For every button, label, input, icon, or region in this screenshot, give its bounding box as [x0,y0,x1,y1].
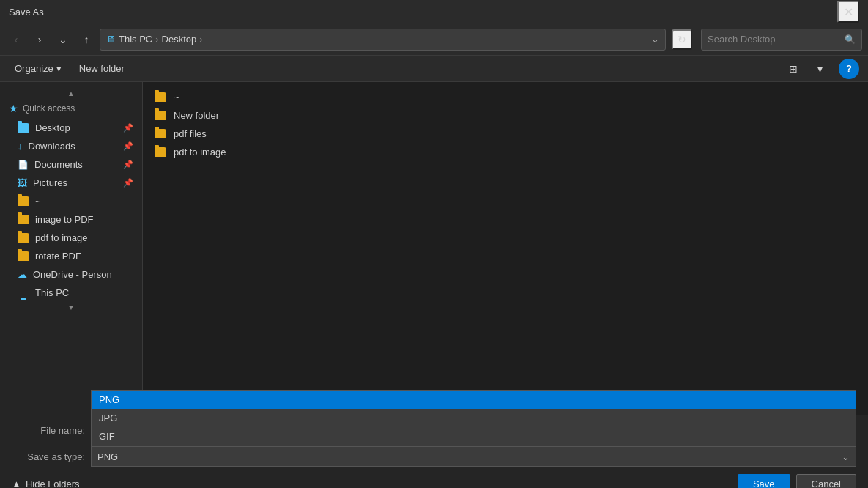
rotate-pdf-folder-icon [18,251,29,261]
address-sep-2: › [199,34,202,45]
sidebar-item-downloads[interactable]: ↓ Downloads 📌 [0,137,142,155]
view-icon: ⊞ [789,63,798,75]
file-item-tilde[interactable]: ~ [143,88,868,106]
pictures-pin-icon: 📌 [123,178,133,188]
refresh-button[interactable]: ↻ [672,29,692,50]
dialog-title: Save As [9,7,44,18]
main-content: ▲ ★ Quick access Desktop 📌 ↓ Downloads 📌… [0,82,868,415]
back-button[interactable]: ‹ [6,29,26,50]
address-sep-1: › [155,34,158,45]
file-area: ~ New folder pdf files pdf to image [143,82,868,415]
file-pdf-files-label: pdf files [174,128,207,139]
hide-folders-button[interactable]: ▲ Hide Folders [12,476,80,488]
sidebar-scroll-down[interactable]: ▼ [0,302,142,312]
file-pdf-to-image-label: pdf to image [174,147,226,158]
this-pc-icon: 🖥 [106,34,116,45]
cancel-button[interactable]: Cancel [796,474,856,488]
address-bar[interactable]: 🖥 This PC › Desktop › ⌄ [100,29,666,51]
sidebar-item-rotate-pdf[interactable]: rotate PDF [0,247,142,265]
option-gif[interactable]: GIF [92,427,856,446]
search-box: 🔍 [701,29,862,51]
forward-button[interactable]: › [29,29,50,50]
pictures-icon: 🖼 [18,177,27,188]
search-icon: 🔍 [845,34,856,45]
search-input[interactable] [708,34,840,45]
bottom-right-buttons: Save Cancel [738,474,856,488]
address-dropdown-arrow[interactable]: ⌄ [651,34,659,45]
address-path: This PC › Desktop › [119,34,203,45]
sidebar-image-to-pdf-label: image to PDF [35,214,93,225]
hide-folders-label: Hide Folders [26,478,80,488]
star-icon: ★ [9,103,18,114]
sidebar-item-image-to-pdf[interactable]: image to PDF [0,210,142,229]
sidebar-thispc-label: This PC [35,287,69,298]
option-jpg[interactable]: JPG [92,409,856,427]
sidebar-item-pdf-to-image[interactable]: pdf to image [0,229,142,247]
save-type-row: Save as type: PNG ⌄ PNG JPG GIF [0,445,868,471]
option-gif-label: GIF [99,431,115,442]
view-button[interactable]: ⊞ [783,59,804,79]
address-part-desktop: Desktop [162,34,197,45]
title-bar: Save As ✕ [0,0,868,23]
help-button[interactable]: ? [839,59,859,79]
onedrive-icon: ☁ [18,269,27,280]
sidebar-item-desktop[interactable]: Desktop 📌 [0,119,142,137]
sidebar-onedrive-label: OneDrive - Person [33,269,112,280]
organize-button[interactable]: Organize ▾ [9,60,67,77]
file-name-label: File name: [12,425,85,436]
sidebar-desktop-label: Desktop [35,122,70,133]
organize-label: Organize [15,63,53,74]
downloads-icon: ↓ [18,141,23,152]
new-folder-button[interactable]: New folder [73,60,130,77]
navigation-bar: ‹ › ⌄ ↑ 🖥 This PC › Desktop › ⌄ ↻ 🔍 [0,23,868,56]
save-type-dropdown-menu: PNG JPG GIF [91,390,856,446]
sidebar: ▲ ★ Quick access Desktop 📌 ↓ Downloads 📌… [0,82,143,415]
option-png[interactable]: PNG [92,391,856,409]
close-button[interactable]: ✕ [837,1,859,23]
pdf-to-image-folder-icon [18,233,29,243]
file-tilde-label: ~ [174,92,179,103]
toolbar: Organize ▾ New folder ⊞ ▾ ? [0,56,868,82]
save-type-container: PNG ⌄ PNG JPG GIF [91,446,856,467]
documents-icon: 📄 [18,160,29,170]
sidebar-item-documents[interactable]: 📄 Documents 📌 [0,155,142,174]
option-png-label: PNG [99,394,119,405]
bottom-actions: ▲ Hide Folders Save Cancel [0,471,868,488]
up-button[interactable]: ↑ [76,29,97,50]
bottom-bar: File name: ⌄ Save as type: PNG ⌄ PNG JPG… [0,415,868,488]
file-pdf-files-icon [155,129,166,138]
thispc-icon [18,289,29,297]
save-button[interactable]: Save [738,474,790,488]
sidebar-item-tilde[interactable]: ~ [0,192,142,210]
file-item-pdf-files[interactable]: pdf files [143,125,868,143]
organize-caret: ▾ [56,63,62,74]
option-jpg-label: JPG [99,413,117,424]
file-tilde-icon [155,92,166,102]
desktop-folder-icon [18,123,29,133]
sidebar-tilde-label: ~ [35,196,41,207]
sidebar-pdf-to-image-label: pdf to image [35,232,88,243]
save-type-label: Save as type: [12,451,85,462]
help-label: ? [846,63,852,74]
file-new-folder-icon [155,111,166,120]
sidebar-item-onedrive[interactable]: ☁ OneDrive - Person [0,265,142,284]
address-part-thispc: This PC [119,34,152,45]
save-type-dropdown-arrow: ⌄ [842,451,850,462]
sidebar-documents-label: Documents [34,159,83,170]
new-folder-label: New folder [79,63,125,74]
sidebar-pictures-label: Pictures [33,177,67,188]
file-item-pdf-to-image[interactable]: pdf to image [143,143,868,161]
file-pdf-to-image-icon [155,147,166,157]
save-type-value: PNG [97,451,118,462]
file-item-new-folder[interactable]: New folder [143,106,868,125]
sidebar-scroll-up[interactable]: ▲ [0,88,142,98]
file-new-folder-label: New folder [174,110,219,121]
save-type-select[interactable]: PNG ⌄ [91,446,856,467]
sidebar-item-thispc[interactable]: This PC [0,284,142,302]
view-caret-button[interactable]: ▾ [809,59,830,79]
desktop-pin-icon: 📌 [123,123,133,133]
sidebar-item-pictures[interactable]: 🖼 Pictures 📌 [0,174,142,192]
image-to-pdf-folder-icon [18,215,29,224]
quick-access-section[interactable]: ★ Quick access [0,98,142,119]
dropdown-button[interactable]: ⌄ [53,29,73,50]
